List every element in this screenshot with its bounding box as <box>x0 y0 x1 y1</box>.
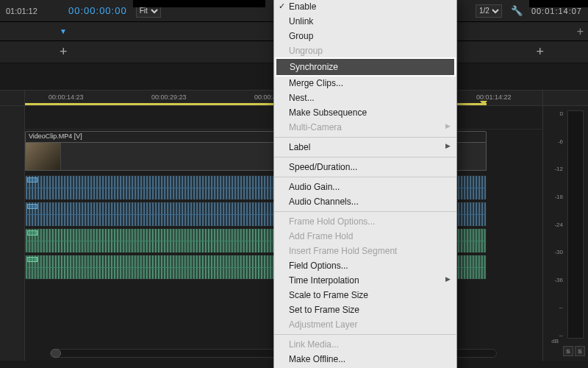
track-header-gutter[interactable] <box>0 106 25 361</box>
menu-item-set-to-frame-size[interactable]: Set to Frame Size <box>274 302 456 317</box>
menu-item-frame-hold-options: Frame Hold Options... <box>274 214 456 229</box>
menu-item-speed-duration[interactable]: Speed/Duration... <box>274 160 456 174</box>
clip-thumbnail <box>26 143 61 170</box>
scroll-knob[interactable] <box>51 349 61 358</box>
db-label: dB <box>551 338 559 344</box>
mini-playhead-icon[interactable]: ▼ <box>60 27 67 35</box>
menu-item-enable[interactable]: Enable <box>274 0 456 14</box>
menu-item-multi-camera: Multi-Camera <box>274 120 456 135</box>
plus-right-icon[interactable]: + <box>536 44 544 60</box>
menu-item-unlink[interactable]: Unlink <box>274 14 456 29</box>
menu-item-add-frame-hold: Add Frame Hold <box>274 229 456 244</box>
menu-item-time-interpolation[interactable]: Time Interpolation <box>274 273 456 288</box>
solo-button-l[interactable]: S <box>563 346 573 356</box>
solo-button-r[interactable]: S <box>575 346 585 356</box>
ruler-tick: 00:00:14:23 <box>49 93 84 101</box>
menu-item-synchronize[interactable]: Synchronize <box>275 57 456 77</box>
menu-item-ungroup: Ungroup <box>274 43 456 58</box>
ruler-tick: 00:01:14:22 <box>476 93 512 101</box>
ruler-gutter <box>0 91 25 105</box>
resolution-select[interactable]: 1/2 <box>476 4 502 18</box>
menu-item-scale-to-frame-size[interactable]: Scale to Frame Size <box>274 288 456 302</box>
menu-item-adjustment-layer: Adjustment Layer <box>274 317 456 332</box>
meter-scale: 0-6-12 -18-24-30 -36---- <box>548 110 563 339</box>
program-monitor-black-right <box>529 0 588 7</box>
in-timecode: 01:01:12 <box>6 7 60 15</box>
settings-wrench-icon[interactable]: 🔧 <box>511 5 523 16</box>
menu-item-make-subsequence[interactable]: Make Subsequence <box>274 105 456 120</box>
menu-item-insert-frame-hold-segment: Insert Frame Hold Segment <box>274 244 456 258</box>
menu-item-label[interactable]: Label <box>274 140 456 155</box>
ruler-tick: 00:00:29:23 <box>151 93 187 101</box>
clip-context-menu: EnableUnlinkGroupUngroupSynchronizeMerge… <box>273 0 457 368</box>
add-marker-plus-icon[interactable]: + <box>573 25 588 38</box>
menu-item-audio-channels[interactable]: Audio Channels... <box>274 194 456 209</box>
menu-item-group[interactable]: Group <box>274 29 456 43</box>
plus-icon[interactable]: + <box>60 44 68 60</box>
meter-bars <box>567 110 584 339</box>
menu-item-merge-clips[interactable]: Merge Clips... <box>274 76 456 91</box>
menu-item-link-media: Link Media... <box>274 337 456 352</box>
menu-item-make-offline[interactable]: Make Offline... <box>274 352 456 367</box>
playhead-timecode[interactable]: 00:00:00:00 <box>68 5 127 16</box>
out-timecode: 00:01:14:07 <box>531 7 582 15</box>
menu-item-field-options[interactable]: Field Options... <box>274 258 456 273</box>
audio-meter-panel: 0-6-12 -18-24-30 -36---- dB S S <box>542 106 588 361</box>
menu-item-audio-gain[interactable]: Audio Gain... <box>274 180 456 194</box>
program-monitor-black <box>133 0 265 7</box>
menu-item-nest[interactable]: Nest... <box>274 91 456 105</box>
